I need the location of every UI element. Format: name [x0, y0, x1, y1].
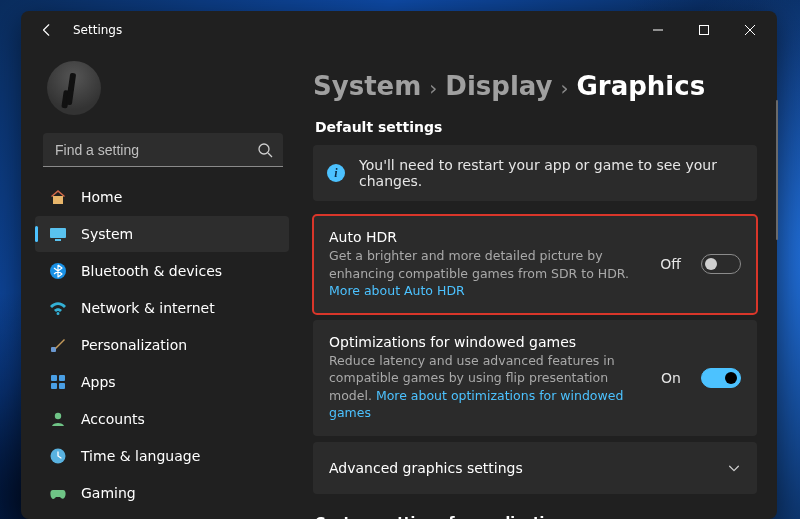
auto-hdr-toggle[interactable]	[701, 254, 741, 274]
sidebar-item-home[interactable]: Home	[35, 179, 289, 215]
minimize-button[interactable]	[635, 15, 681, 45]
minimize-icon	[653, 25, 663, 35]
sidebar-item-time[interactable]: Time & language	[35, 438, 289, 474]
chevron-down-icon	[727, 461, 741, 475]
brush-icon	[49, 336, 67, 354]
restart-info-text: You'll need to restart your app or game …	[359, 157, 743, 189]
sidebar-item-gaming[interactable]: Gaming	[35, 475, 289, 511]
back-button[interactable]	[31, 14, 63, 46]
sidebar-item-label: Home	[81, 189, 122, 205]
auto-hdr-more-link[interactable]: More about Auto HDR	[329, 283, 465, 298]
sidebar-item-label: Personalization	[81, 337, 187, 353]
svg-rect-9	[59, 383, 65, 389]
search-wrap	[43, 133, 283, 167]
sidebar-item-label: Apps	[81, 374, 116, 390]
gamepad-icon	[49, 484, 67, 502]
sidebar-item-accounts[interactable]: Accounts	[35, 401, 289, 437]
maximize-icon	[699, 25, 709, 35]
search-input[interactable]	[43, 133, 283, 167]
windowed-optim-state-label: On	[661, 370, 681, 386]
system-icon	[49, 225, 67, 243]
close-button[interactable]	[727, 15, 773, 45]
home-icon	[49, 188, 67, 206]
auto-hdr-desc-text: Get a brighter and more detailed picture…	[329, 248, 629, 281]
search-icon	[257, 142, 273, 158]
sidebar-item-bluetooth[interactable]: Bluetooth & devices	[35, 253, 289, 289]
sidebar-item-label: Gaming	[81, 485, 136, 501]
svg-rect-7	[59, 375, 65, 381]
windowed-optim-card: Optimizations for windowed games Reduce …	[313, 320, 757, 436]
svg-rect-3	[55, 239, 61, 241]
settings-window: Settings Home	[21, 11, 777, 519]
breadcrumb-separator-icon: ›	[559, 76, 571, 100]
svg-point-10	[55, 413, 61, 419]
crumb-graphics: Graphics	[577, 71, 706, 101]
windowed-optim-desc: Reduce latency and use advanced features…	[329, 352, 645, 422]
apps-icon	[49, 373, 67, 391]
sidebar-item-label: Bluetooth & devices	[81, 263, 222, 279]
sidebar-item-personalization[interactable]: Personalization	[35, 327, 289, 363]
svg-rect-8	[51, 383, 57, 389]
clock-icon	[49, 447, 67, 465]
svg-rect-0	[700, 26, 709, 35]
sidebar-item-system[interactable]: System	[35, 216, 289, 252]
advanced-graphics-row[interactable]: Advanced graphics settings	[313, 442, 757, 494]
user-avatar[interactable]	[47, 61, 101, 115]
sidebar-item-label: System	[81, 226, 133, 242]
content-area: System › Display › Graphics Default sett…	[299, 49, 777, 519]
titlebar: Settings	[21, 11, 777, 49]
svg-rect-6	[51, 375, 57, 381]
window-controls	[635, 15, 773, 45]
auto-hdr-state-label: Off	[660, 256, 681, 272]
custom-settings-heading: Custom settings for applications	[315, 514, 757, 520]
advanced-graphics-label: Advanced graphics settings	[329, 460, 523, 476]
person-icon	[49, 410, 67, 428]
crumb-display[interactable]: Display	[445, 71, 552, 101]
maximize-button[interactable]	[681, 15, 727, 45]
wifi-icon	[49, 299, 67, 317]
sidebar-item-label: Time & language	[81, 448, 200, 464]
restart-info-bar: You'll need to restart your app or game …	[313, 145, 757, 201]
auto-hdr-card: Auto HDR Get a brighter and more detaile…	[313, 215, 757, 314]
info-icon	[327, 164, 345, 182]
default-settings-heading: Default settings	[315, 119, 757, 135]
svg-rect-2	[50, 228, 66, 238]
close-icon	[745, 25, 755, 35]
sidebar: Home System Bluetooth & devices Network …	[21, 49, 299, 519]
nav-list: Home System Bluetooth & devices Network …	[35, 179, 293, 512]
breadcrumb-separator-icon: ›	[427, 76, 439, 100]
arrow-left-icon	[40, 23, 54, 37]
breadcrumb: System › Display › Graphics	[313, 71, 757, 101]
sidebar-item-label: Accounts	[81, 411, 145, 427]
sidebar-item-network[interactable]: Network & internet	[35, 290, 289, 326]
sidebar-item-apps[interactable]: Apps	[35, 364, 289, 400]
windowed-optim-toggle[interactable]	[701, 368, 741, 388]
svg-point-1	[259, 144, 269, 154]
windowed-optim-title: Optimizations for windowed games	[329, 334, 645, 350]
auto-hdr-desc: Get a brighter and more detailed picture…	[329, 247, 644, 300]
bluetooth-icon	[49, 262, 67, 280]
app-title: Settings	[73, 23, 122, 37]
sidebar-item-label: Network & internet	[81, 300, 215, 316]
crumb-system[interactable]: System	[313, 71, 421, 101]
auto-hdr-title: Auto HDR	[329, 229, 644, 245]
